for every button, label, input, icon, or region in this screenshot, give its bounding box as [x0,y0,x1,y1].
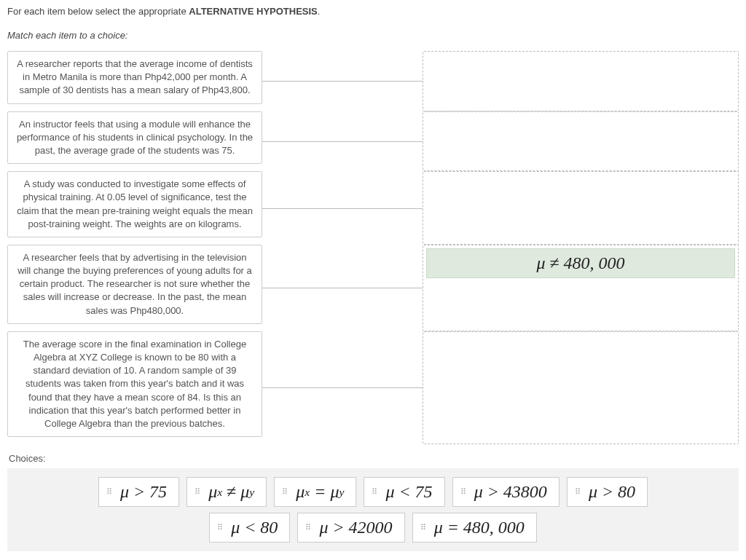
choice-mu-lt-75[interactable]: ⠿μ < 75 [364,477,444,507]
drag-grip-icon: ⠿ [372,489,378,494]
drag-grip-icon: ⠿ [305,525,312,530]
item-box-3[interactable]: A study was conducted to investigate som… [7,171,262,237]
subinstruction-text: Match each item to a choice: [7,30,739,41]
choices-label: Choices: [9,453,739,464]
choices-row-2: ⠿μ < 80 ⠿μ > 42000 ⠿μ = 480, 000 [15,513,731,543]
choices-row-1: ⠿μ > 75 ⠿μx ≠ μy ⠿μx = μy ⠿μ < 75 ⠿μ > 4… [15,477,731,507]
item-box-1[interactable]: A researcher reports that the average in… [7,51,262,104]
placed-choice[interactable]: μ ≠ 480, 000 [426,248,735,278]
choice-mux-ne-muy[interactable]: ⠿μx ≠ μy [186,477,267,507]
choice-mu-gt-42000[interactable]: ⠿μ > 42000 [297,513,404,543]
drag-grip-icon: ⠿ [282,489,288,494]
connector-line [262,331,423,444]
matching-area: A researcher reports that the average in… [7,51,739,444]
drop-zone-5[interactable] [423,331,739,444]
instruction-bold: ALTERNATIVE HYPOTHESIS [189,6,317,17]
drag-grip-icon: ⠿ [460,489,467,494]
connector-line [262,51,423,111]
instruction-post: . [318,6,321,17]
choice-mu-gt-43800[interactable]: ⠿μ > 43800 [452,477,560,507]
drop-zone-2[interactable] [423,111,739,172]
drag-grip-icon: ⠿ [420,525,427,530]
instruction-pre: For each item below select the appropria… [7,6,189,17]
drop-zone-1[interactable] [423,51,739,111]
connector-line [262,245,423,331]
choice-mux-eq-muy[interactable]: ⠿μx = μy [274,477,356,507]
drop-zone-4[interactable]: μ ≠ 480, 000 [423,245,739,331]
drag-grip-icon: ⠿ [106,489,113,494]
item-box-4[interactable]: A researcher feels that by advertising i… [7,245,262,324]
connector-line [262,171,423,245]
drag-grip-icon: ⠿ [217,525,224,530]
instruction-text: For each item below select the appropria… [7,6,739,17]
item-box-5[interactable]: The average score in the final examinati… [7,331,262,437]
drag-grip-icon: ⠿ [195,489,201,494]
connector-line [262,111,423,172]
choice-mu-eq-480000[interactable]: ⠿μ = 480, 000 [412,513,537,543]
choices-tray: ⠿μ > 75 ⠿μx ≠ μy ⠿μx = μy ⠿μ < 75 ⠿μ > 4… [7,468,739,551]
item-box-2[interactable]: An instructor feels that using a module … [7,111,262,165]
drop-zone-3[interactable] [423,171,739,245]
choice-mu-lt-80[interactable]: ⠿μ < 80 [209,513,290,543]
choice-mu-gt-80[interactable]: ⠿μ > 80 [567,477,648,507]
choice-mu-gt-75[interactable]: ⠿μ > 75 [98,477,179,507]
drag-grip-icon: ⠿ [575,489,581,494]
